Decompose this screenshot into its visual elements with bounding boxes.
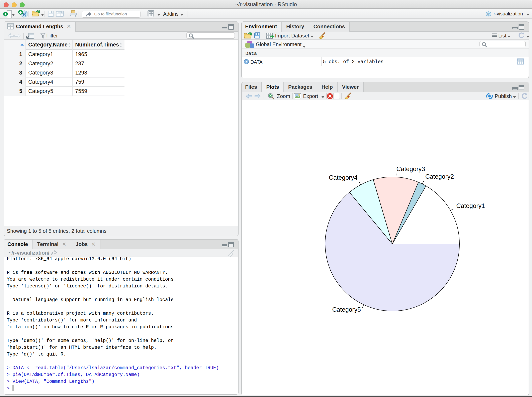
svg-text:Category4: Category4: [329, 174, 358, 181]
svg-text:R: R: [487, 12, 490, 16]
svg-text:Category5: Category5: [332, 306, 361, 313]
svg-text:Category1: Category1: [456, 202, 485, 209]
svg-text:Category3: Category3: [397, 165, 425, 173]
svg-text:R: R: [23, 12, 26, 17]
svg-text:Category2: Category2: [425, 173, 454, 180]
